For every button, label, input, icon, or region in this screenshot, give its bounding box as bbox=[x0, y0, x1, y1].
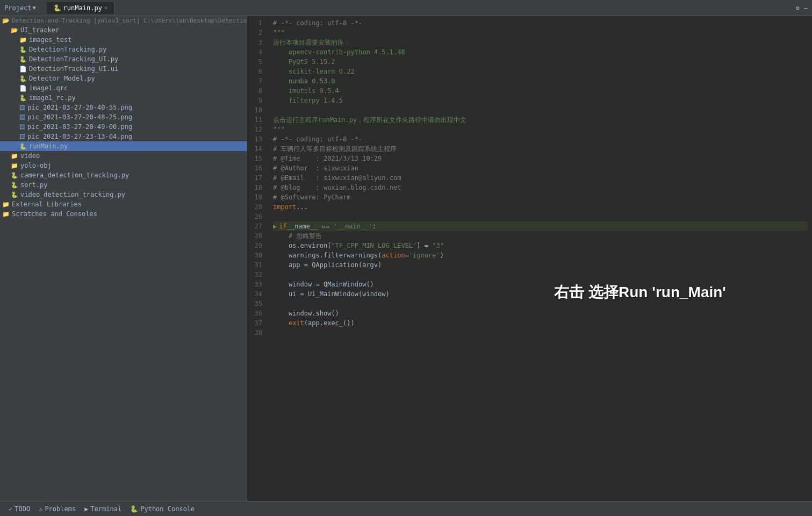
bottom-status-bar: ✓ TODO ⚠ Problems ▶ Terminal 🐍 Python Co… bbox=[0, 501, 812, 516]
line-num-2: 2 bbox=[247, 28, 265, 38]
python-file-icon: 🐍 bbox=[11, 191, 18, 198]
python-file-icon: 🐍 bbox=[19, 46, 27, 53]
line-num-27: 27 bbox=[247, 221, 265, 231]
sidebar-item-detector_model_py[interactable]: 🐍Detector_Model.py bbox=[0, 74, 247, 83]
python-file-icon: 🐍 bbox=[19, 143, 27, 150]
run-arrow-icon: ▶ bbox=[273, 221, 277, 231]
tab-bar: 🐍 runMain.py × bbox=[47, 2, 115, 14]
editor-tab-runmain[interactable]: 🐍 runMain.py × bbox=[47, 2, 115, 14]
minimize-icon[interactable]: — bbox=[804, 4, 808, 12]
code-line-12: """ bbox=[273, 125, 808, 134]
sidebar-item-label: sort.py bbox=[20, 181, 48, 189]
tab-close[interactable]: × bbox=[104, 4, 108, 11]
sidebar-item-scratches[interactable]: 📁Scratches and Consoles bbox=[0, 209, 247, 219]
line-num-34: 34 bbox=[247, 289, 265, 299]
problems-button[interactable]: ⚠ Problems bbox=[34, 504, 80, 514]
line-num-8: 8 bbox=[247, 86, 265, 96]
settings-icon[interactable]: ⚙ bbox=[796, 4, 800, 12]
code-line-30: warnings.filterwarnings(action='ignore') bbox=[273, 250, 808, 260]
line-num-17: 17 bbox=[247, 173, 265, 183]
line-num-7: 7 bbox=[247, 76, 265, 86]
line-num-1: 1 bbox=[247, 18, 265, 28]
line-num-14: 14 bbox=[247, 144, 265, 154]
sidebar-item-pic4[interactable]: 🖼pic_2021-03-27-23-13-04.png bbox=[0, 132, 247, 141]
line-num-30: 30 bbox=[247, 250, 265, 260]
sidebar-item-pic3[interactable]: 🖼pic_2021-03-27-20-49-00.png bbox=[0, 122, 247, 132]
folder-icon-images_test: 📁 bbox=[19, 37, 27, 44]
title-icons: ⚙ — bbox=[796, 4, 808, 12]
line-num-28: 28 bbox=[247, 231, 265, 241]
python-console-icon: 🐍 bbox=[130, 505, 138, 513]
sidebar-item-label: image1.qrc bbox=[29, 84, 68, 92]
folder-icon-ui_tracker: 📂 bbox=[11, 27, 18, 34]
line-num-3: 3 bbox=[247, 38, 265, 47]
folder-icon-root: 📂 bbox=[2, 17, 10, 24]
terminal-button[interactable]: ▶ Terminal bbox=[80, 504, 126, 514]
sidebar-item-camera_detection[interactable]: 🐍camera_detection_tracking.py bbox=[0, 170, 247, 180]
sidebar-item-label: Scratches and Consoles bbox=[12, 210, 97, 218]
sidebar-item-detection_tracking_ui_ui[interactable]: 📄DetectionTracking_UI.ui bbox=[0, 64, 247, 74]
project-label[interactable]: Project bbox=[4, 4, 32, 12]
python-console-button[interactable]: 🐍 Python Console bbox=[126, 504, 199, 514]
folder-icon-scratches: 📁 bbox=[2, 211, 10, 218]
sidebar-item-video[interactable]: 📁video bbox=[0, 151, 247, 161]
main-content: 📂Detection-and-Tracking [yolov3_sort] C:… bbox=[0, 16, 812, 501]
code-line-7: numba 0.53.0 bbox=[273, 76, 808, 86]
sidebar-item-label: images_test bbox=[29, 36, 71, 44]
sidebar-item-detection_tracking_py[interactable]: 🐍DetectionTracking.py bbox=[0, 45, 247, 54]
project-arrow: ▼ bbox=[33, 5, 36, 11]
python-file-icon: 🐍 bbox=[11, 172, 18, 179]
python-file-icon: 🐍 bbox=[11, 182, 18, 189]
code-line-10 bbox=[273, 105, 808, 115]
sidebar-item-label: Detection-and-Tracking [yolov3_sort] C:\… bbox=[12, 17, 247, 24]
line-num-6: 6 bbox=[247, 67, 265, 76]
code-line-33: window = QMainWindow() bbox=[273, 280, 808, 289]
line-num-26: 26 bbox=[247, 212, 265, 221]
sidebar-item-images_test[interactable]: 📁images_test bbox=[0, 35, 247, 45]
sidebar-item-sort_py[interactable]: 🐍sort.py bbox=[0, 180, 247, 190]
line-num-13: 13 bbox=[247, 134, 265, 144]
sidebar-item-label: video bbox=[20, 152, 40, 160]
todo-icon: ✓ bbox=[9, 505, 12, 513]
line-num-11: 11 bbox=[247, 115, 265, 125]
code-line-26 bbox=[273, 212, 808, 221]
sidebar-item-label: DetectionTracking_UI.ui bbox=[29, 65, 118, 73]
editor-area: 1234567891011121314151617181920262728293… bbox=[247, 16, 812, 501]
code-line-20: import ... bbox=[273, 202, 808, 212]
sidebar-item-label: DetectionTracking.py bbox=[29, 46, 107, 53]
line-num-29: 29 bbox=[247, 241, 265, 250]
line-num-10: 10 bbox=[247, 105, 265, 115]
sidebar-item-image1_qrc[interactable]: 📄image1.qrc bbox=[0, 83, 247, 93]
sidebar-item-label: pic_2021-03-27-23-13-04.png bbox=[27, 133, 132, 140]
sidebar-item-image1_rc_py[interactable]: 🐍image1_rc.py bbox=[0, 93, 247, 103]
image-file-icon: 🖼 bbox=[19, 133, 25, 140]
image-file-icon: 🖼 bbox=[19, 114, 25, 121]
code-line-6: scikit-learn 0.22 bbox=[273, 67, 808, 76]
sidebar-item-pic2[interactable]: 🖼pic_2021-03-27-20-48-25.png bbox=[0, 112, 247, 122]
todo-button[interactable]: ✓ TODO bbox=[4, 504, 34, 514]
sidebar-item-label: Detector_Model.py bbox=[29, 75, 95, 82]
code-editor[interactable]: # -*- coding: utf-8 -*-"""运行本项目需要安装的库： o… bbox=[269, 16, 812, 501]
code-line-29: os.environ["TF_CPP_MIN_LOG_LEVEL"] = "3" bbox=[273, 241, 808, 250]
python-file-icon: 🐍 bbox=[19, 95, 27, 102]
sidebar-item-label: pic_2021-03-27-20-48-25.png bbox=[27, 113, 132, 121]
file-tree: 📂Detection-and-Tracking [yolov3_sort] C:… bbox=[0, 16, 247, 501]
code-line-28: # 忽略警告 bbox=[273, 231, 808, 241]
code-line-35 bbox=[273, 299, 808, 309]
sidebar-item-pic1[interactable]: 🖼pic_2021-03-27-20-40-55.png bbox=[0, 103, 247, 112]
code-line-19: # @Software: PyCharm bbox=[273, 192, 808, 202]
line-num-20: 20 bbox=[247, 202, 265, 212]
sidebar-item-detection_tracking_ui_py[interactable]: 🐍DetectionTracking_UI.py bbox=[0, 54, 247, 64]
line-num-35: 35 bbox=[247, 299, 265, 309]
code-line-38 bbox=[273, 328, 808, 338]
sidebar-item-ui_tracker[interactable]: 📂UI_tracker bbox=[0, 25, 247, 35]
problems-icon: ⚠ bbox=[39, 505, 42, 513]
sidebar-item-yolo_obj[interactable]: 📁yolo-obj bbox=[0, 161, 247, 170]
line-num-31: 31 bbox=[247, 260, 265, 270]
sidebar-item-run_main_py[interactable]: 🐍runMain.py bbox=[0, 141, 247, 151]
sidebar-item-external_libs[interactable]: 📁External Libraries bbox=[0, 199, 247, 209]
sidebar-item-label: External Libraries bbox=[12, 200, 82, 208]
sidebar-item-root[interactable]: 📂Detection-and-Tracking [yolov3_sort] C:… bbox=[0, 16, 247, 25]
sidebar-item-video_detection[interactable]: 🐍video_detection_tracking.py bbox=[0, 190, 247, 199]
code-line-31: app = QApplication(argv) bbox=[273, 260, 808, 270]
